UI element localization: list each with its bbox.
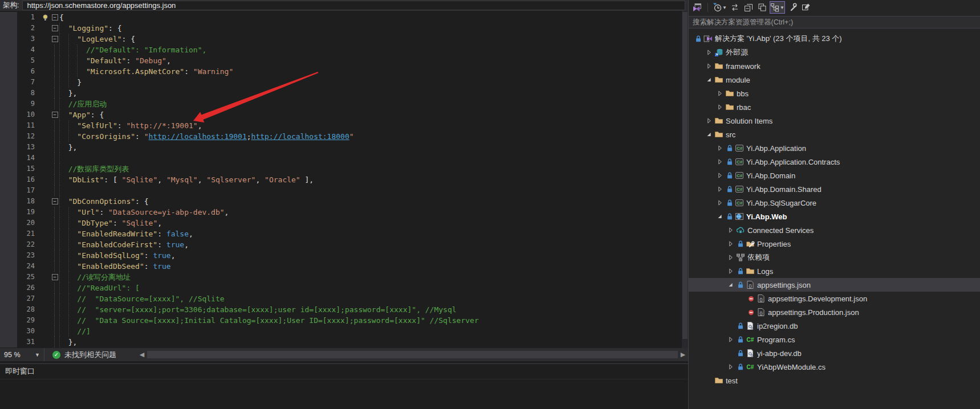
expanded-expander-icon[interactable] — [715, 212, 725, 221]
breakpoint-margin[interactable] — [0, 174, 17, 185]
expanded-expander-icon[interactable] — [704, 130, 714, 139]
tree-item-yi.abp.application[interactable]: C#Yi.Abp.Application — [689, 141, 980, 155]
collapsed-expander-icon[interactable] — [726, 253, 735, 262]
tree-item-yi.abp.sqlsugarcore[interactable]: C#Yi.Abp.SqlSugarCore — [689, 196, 980, 210]
tree-item-src[interactable]: src — [689, 128, 980, 141]
breakpoint-margin[interactable] — [0, 293, 17, 304]
code-line[interactable]: 10−"App": { — [0, 109, 682, 120]
breakpoint-margin[interactable] — [0, 34, 17, 44]
code-line[interactable]: 24"EnabledDbSeed": true — [0, 261, 682, 272]
tree-item-module[interactable]: module — [689, 73, 980, 87]
breakpoint-margin[interactable] — [0, 66, 17, 77]
collapse-all-icon[interactable] — [742, 1, 755, 14]
code-editor[interactable]: 1−{2−"Logging": {3−"LogLevel": {4//"Defa… — [0, 11, 688, 348]
tree-item-bbs[interactable]: bbs — [689, 87, 980, 100]
breakpoint-margin[interactable] — [0, 207, 17, 218]
collapsed-expander-icon[interactable] — [726, 267, 735, 276]
scrollbar-thumb[interactable] — [682, 12, 688, 339]
collapsed-expander-icon[interactable] — [726, 226, 735, 235]
code-line[interactable]: 31}, — [0, 337, 682, 347]
pending-changes-filter-icon[interactable]: ▼ — [712, 1, 727, 14]
code-line[interactable]: 18−"DbConnOptions": { — [0, 196, 682, 207]
tree-item-node[interactable]: 依赖项 — [689, 251, 980, 264]
preview-selected-items-icon[interactable] — [800, 1, 812, 14]
show-all-files-icon[interactable] — [756, 1, 768, 14]
collapsed-expander-icon[interactable] — [715, 171, 725, 180]
immediate-window-body[interactable] — [0, 379, 688, 407]
breakpoint-margin[interactable] — [0, 337, 17, 347]
tree-item-framework[interactable]: framework — [689, 59, 980, 73]
zoom-level-dropdown[interactable]: 95 % ▼ — [0, 348, 44, 361]
collapsed-expander-icon[interactable] — [726, 239, 735, 248]
collapsed-expander-icon[interactable] — [715, 198, 725, 207]
tree-item-yi-abp-dev.db[interactable]: yi-abp-dev.db — [689, 346, 980, 360]
code-line[interactable]: 5"Default": "Debug", — [0, 55, 682, 66]
scroll-right-icon[interactable]: ▶ — [678, 351, 688, 358]
breakpoint-margin[interactable] — [0, 185, 17, 196]
tree-item-appsettings.production.json[interactable]: {}appsettings.Production.json — [689, 305, 980, 319]
code-line[interactable]: 23"EnabledSqlLog": true, — [0, 250, 682, 261]
document-health-indicator[interactable]: ✓ 未找到相关问题 — [52, 350, 116, 360]
breakpoint-margin[interactable] — [0, 44, 17, 55]
breakpoint-margin[interactable] — [0, 239, 17, 250]
collapsed-expander-icon[interactable] — [715, 144, 725, 153]
code-line[interactable]: 22"EnabledCodeFirst": true, — [0, 239, 682, 250]
code-line[interactable]: 12"CorsOrigins": "http://localhost:19001… — [0, 131, 682, 142]
file-nesting-icon[interactable]: ▼ — [770, 1, 785, 14]
breakpoint-margin[interactable] — [0, 315, 17, 326]
code-line[interactable]: 4//"Default": "Information", — [0, 44, 682, 55]
breakpoint-margin[interactable] — [0, 218, 17, 228]
breakpoint-margin[interactable] — [0, 109, 17, 120]
code-line[interactable]: 14 — [0, 153, 682, 163]
editor-vertical-scrollbar[interactable] — [682, 11, 688, 348]
breakpoint-margin[interactable] — [0, 12, 17, 23]
immediate-window-title[interactable]: 即时窗口 — [0, 364, 688, 379]
expanded-expander-icon[interactable] — [726, 280, 735, 289]
code-line[interactable]: 1−{ — [0, 12, 682, 23]
breakpoint-margin[interactable] — [0, 163, 17, 174]
breakpoint-margin[interactable] — [0, 153, 17, 163]
collapsed-expander-icon[interactable] — [715, 89, 725, 98]
tree-item-ip2region.db[interactable]: ip2region.db — [689, 319, 980, 333]
tree-item-yi.abp-23-23[interactable]: 解决方案 'Yi.Abp' (23 个项目, 共 23 个) — [689, 32, 980, 46]
expanded-expander-icon[interactable] — [704, 75, 714, 84]
breakpoint-margin[interactable] — [0, 77, 17, 88]
code-line[interactable]: 9//应用启动 — [0, 99, 682, 109]
code-line[interactable]: 30//] — [0, 326, 682, 337]
tree-item-test[interactable]: test — [689, 374, 980, 387]
breakpoint-margin[interactable] — [0, 131, 17, 142]
fold-collapse-icon[interactable]: − — [50, 23, 59, 34]
lightbulb-icon[interactable] — [40, 12, 50, 23]
tree-item-node[interactable]: 外部源 — [689, 46, 980, 59]
sync-with-active-document-icon[interactable] — [729, 1, 741, 14]
breakpoint-margin[interactable] — [0, 88, 17, 99]
tree-item-program.cs[interactable]: C#Program.cs — [689, 333, 980, 346]
fold-collapse-icon[interactable]: − — [50, 34, 59, 44]
collapsed-expander-icon[interactable] — [715, 157, 725, 166]
breakpoint-margin[interactable] — [0, 99, 17, 109]
code-line[interactable]: 29// "Data Source=[xxxx];Initial Catalog… — [0, 315, 682, 326]
code-line[interactable]: 11"SelfUrl": "http://*:19001", — [0, 120, 682, 131]
code-line[interactable]: 15//数据库类型列表 — [0, 163, 682, 174]
code-line[interactable]: 17 — [0, 185, 682, 196]
chevron-down-icon[interactable]: ▼ — [722, 5, 727, 10]
tree-item-properties[interactable]: Properties — [689, 237, 980, 251]
code-area[interactable]: 1−{2−"Logging": {3−"LogLevel": {4//"Defa… — [0, 11, 682, 348]
code-line[interactable]: 16"DbList": [ "Sqlite", "Mysql", "Sqlser… — [0, 174, 682, 185]
code-line[interactable]: 8}, — [0, 88, 682, 99]
breakpoint-margin[interactable] — [0, 23, 17, 34]
tree-item-yiabpwebmodule.cs[interactable]: C#YiAbpWebModule.cs — [689, 360, 980, 374]
breakpoint-margin[interactable] — [0, 142, 17, 153]
schema-url-combobox[interactable]: https://json.schemastore.org/appsettings… — [22, 1, 685, 10]
code-line[interactable]: 2−"Logging": { — [0, 23, 682, 34]
breakpoint-margin[interactable] — [0, 120, 17, 131]
code-line[interactable]: 13}, — [0, 142, 682, 153]
breakpoint-margin[interactable] — [0, 250, 17, 261]
tree-item-rbac[interactable]: rbac — [689, 100, 980, 114]
breakpoint-margin[interactable] — [0, 55, 17, 66]
collapsed-expander-icon[interactable] — [715, 103, 725, 112]
switch-views-icon[interactable] — [691, 1, 704, 14]
code-line[interactable]: 28// "server=[xxxx];port=3306;database=[… — [0, 304, 682, 315]
tree-item-yi.abp.application.contracts[interactable]: C#Yi.Abp.Application.Contracts — [689, 155, 980, 169]
properties-icon[interactable] — [786, 1, 799, 14]
